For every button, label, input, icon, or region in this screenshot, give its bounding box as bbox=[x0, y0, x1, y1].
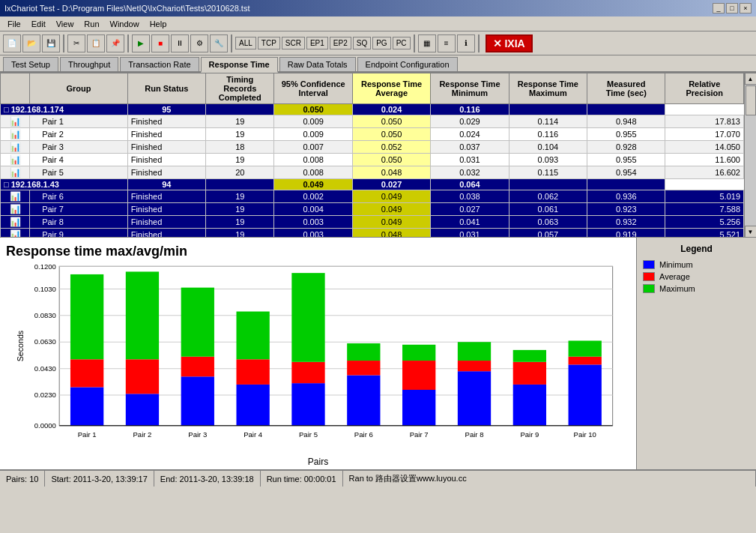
toolbar-btn-5[interactable]: 🔧 bbox=[210, 34, 228, 52]
save-button[interactable]: 💾 bbox=[42, 34, 60, 52]
maximize-button[interactable]: □ bbox=[726, 3, 738, 13]
status-bar: Pairs: 10 Start: 2011-3-20, 13:39:17 End… bbox=[0, 470, 756, 487]
scroll-up[interactable]: ▲ bbox=[745, 73, 757, 85]
toolbar-sep-1 bbox=[63, 34, 64, 52]
tab-raw-data[interactable]: Raw Data Totals bbox=[279, 57, 356, 71]
tab-test-setup[interactable]: Test Setup bbox=[3, 57, 58, 71]
ixia-logo: ✕ IXIA bbox=[486, 34, 533, 52]
svg-rect-17 bbox=[70, 359, 103, 387]
svg-rect-30 bbox=[236, 312, 269, 360]
svg-text:Pair 5: Pair 5 bbox=[299, 430, 318, 439]
minimize-button[interactable]: _ bbox=[713, 3, 725, 13]
col-group[interactable]: Group bbox=[30, 73, 128, 104]
scrollbar-right: ▲ ▼ bbox=[744, 73, 756, 238]
svg-rect-16 bbox=[70, 387, 103, 425]
menu-view[interactable]: View bbox=[52, 19, 79, 29]
tab-transaction-rate[interactable]: Transaction Rate bbox=[120, 57, 199, 71]
col-max[interactable]: Response TimeMaximum bbox=[509, 73, 587, 104]
menu-help[interactable]: Help bbox=[145, 19, 172, 29]
svg-rect-44 bbox=[458, 371, 491, 426]
run-button[interactable]: ▶ bbox=[132, 34, 150, 52]
list-button[interactable]: ≡ bbox=[438, 34, 456, 52]
svg-rect-21 bbox=[126, 359, 159, 394]
cut-button[interactable]: ✂ bbox=[67, 34, 85, 52]
chart-svg: 0.00000.02300.04300.06300.08300.10300.12… bbox=[6, 262, 630, 454]
label-tcp[interactable]: TCP bbox=[258, 37, 280, 49]
svg-rect-49 bbox=[513, 362, 546, 385]
svg-rect-26 bbox=[181, 288, 214, 357]
status-pairs: Pairs: 10 bbox=[0, 471, 45, 487]
col-min[interactable]: Response TimeMinimum bbox=[431, 73, 509, 104]
svg-rect-34 bbox=[291, 273, 324, 362]
svg-rect-46 bbox=[458, 342, 491, 361]
svg-rect-48 bbox=[513, 385, 546, 426]
svg-rect-33 bbox=[291, 362, 324, 383]
svg-text:0.0630: 0.0630 bbox=[34, 337, 56, 346]
table-container: Group Run Status Timing RecordsCompleted… bbox=[0, 73, 744, 238]
toolbar-sep-2 bbox=[127, 34, 129, 52]
toolbar-sep-5 bbox=[478, 34, 480, 52]
menu-run[interactable]: Run bbox=[79, 19, 103, 29]
window-title: IxChariot Test - D:\Program Files\NetIQ\… bbox=[4, 4, 250, 13]
chart-title: Response time max/avg/min bbox=[6, 244, 630, 259]
grid-button[interactable]: ▦ bbox=[418, 34, 436, 52]
menu-window[interactable]: Window bbox=[106, 19, 144, 29]
open-button[interactable]: 📂 bbox=[22, 34, 40, 52]
toolbar: 📄 📂 💾 ✂ 📋 📌 ▶ ■ ⏸ ⚙ 🔧 ALL TCP SCR EP1 EP… bbox=[0, 31, 756, 55]
svg-rect-25 bbox=[181, 357, 214, 377]
scroll-down[interactable]: ▼ bbox=[745, 226, 757, 238]
svg-text:Seconds: Seconds bbox=[16, 331, 25, 361]
menu-bar: File Edit View Run Window Help bbox=[0, 16, 756, 31]
stop-button[interactable]: ■ bbox=[151, 34, 169, 52]
tab-response-time[interactable]: Response Time bbox=[201, 57, 278, 73]
svg-rect-40 bbox=[402, 390, 435, 426]
new-button[interactable]: 📄 bbox=[3, 34, 21, 52]
paste-button[interactable]: 📌 bbox=[106, 34, 124, 52]
svg-rect-45 bbox=[458, 361, 491, 371]
label-sq[interactable]: SQ bbox=[353, 37, 371, 49]
legend-panel: Legend MinimumAverageMaximum bbox=[636, 238, 756, 469]
label-pc[interactable]: PC bbox=[393, 37, 411, 49]
col-icon bbox=[1, 73, 30, 104]
tab-throughput[interactable]: Throughput bbox=[60, 57, 118, 71]
info-button[interactable]: ℹ bbox=[457, 34, 475, 52]
status-ranto: Ran to 路由器设置www.luyou.cc bbox=[343, 471, 756, 487]
svg-rect-32 bbox=[291, 383, 324, 426]
menu-edit[interactable]: Edit bbox=[27, 19, 50, 29]
window-controls: _ □ × bbox=[713, 3, 752, 13]
label-ep1[interactable]: EP1 bbox=[306, 37, 328, 49]
toolbar-sep-4 bbox=[414, 34, 415, 52]
scroll-track bbox=[745, 85, 757, 226]
col-timing[interactable]: Timing RecordsCompleted bbox=[206, 73, 274, 104]
toolbar-btn-3[interactable]: ⏸ bbox=[171, 34, 189, 52]
tab-endpoint[interactable]: Endpoint Configuration bbox=[357, 57, 458, 71]
svg-rect-52 bbox=[569, 364, 602, 425]
label-pg[interactable]: PG bbox=[372, 37, 390, 49]
copy-button[interactable]: 📋 bbox=[87, 34, 105, 52]
svg-rect-24 bbox=[181, 376, 214, 426]
svg-text:0.0000: 0.0000 bbox=[34, 421, 56, 430]
scroll-thumb[interactable] bbox=[746, 85, 756, 115]
title-bar: IxChariot Test - D:\Program Files\NetIQ\… bbox=[0, 0, 756, 16]
label-ep2[interactable]: EP2 bbox=[330, 37, 351, 49]
col-confidence[interactable]: 95% ConfidenceInterval bbox=[274, 73, 352, 104]
svg-rect-38 bbox=[347, 343, 380, 361]
toolbar-btn-4[interactable]: ⚙ bbox=[190, 34, 208, 52]
svg-text:0.0830: 0.0830 bbox=[34, 311, 56, 319]
col-avg[interactable]: Response TimeAverage bbox=[352, 73, 430, 104]
col-run-status[interactable]: Run Status bbox=[127, 73, 205, 104]
label-all[interactable]: ALL bbox=[235, 37, 256, 49]
svg-rect-36 bbox=[347, 376, 380, 426]
status-runtime: Run time: 00:00:01 bbox=[261, 471, 343, 487]
svg-text:Pair 2: Pair 2 bbox=[133, 430, 151, 439]
menu-file[interactable]: File bbox=[3, 19, 25, 29]
col-measured[interactable]: MeasuredTime (sec) bbox=[587, 73, 665, 104]
svg-text:Pair 6: Pair 6 bbox=[354, 430, 373, 439]
svg-text:Pair 10: Pair 10 bbox=[574, 430, 596, 439]
svg-text:Pair 7: Pair 7 bbox=[410, 430, 429, 439]
close-button[interactable]: × bbox=[740, 3, 752, 13]
col-precision[interactable]: RelativePrecision bbox=[665, 73, 744, 104]
svg-rect-50 bbox=[513, 350, 546, 362]
svg-text:0.1030: 0.1030 bbox=[34, 285, 56, 293]
label-scr[interactable]: SCR bbox=[282, 37, 305, 49]
